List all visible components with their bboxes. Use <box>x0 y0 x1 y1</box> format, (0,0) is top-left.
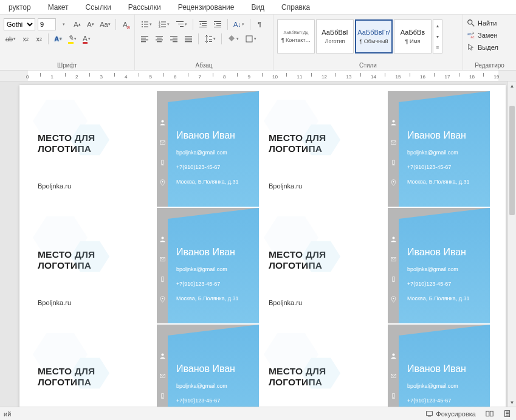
select-button[interactable]: Выдел <box>467 41 512 53</box>
tab-help[interactable]: Справка <box>273 0 318 14</box>
view-print-button[interactable] <box>498 407 516 420</box>
card-front: МЕСТО ДЛЯ ЛОГОТИПА Bpoljnka.ru <box>260 325 388 407</box>
text-effects-button[interactable]: A <box>52 33 64 45</box>
bullets-button[interactable] <box>139 18 154 30</box>
styles-gallery: АаБбВвГгДд¶ Контакт… АаБбВвІЛоготип АаБб… <box>277 19 459 53</box>
style-contact[interactable]: АаБбВвГгДд¶ Контакт… <box>277 19 315 53</box>
tab-constructor[interactable]: руктор <box>0 0 40 14</box>
card-address: Москва, Б.Полянка, д.31 <box>176 294 253 303</box>
style-name[interactable]: АаБбВв¶ Имя <box>394 19 432 53</box>
status-bar: ий Фокусировка <box>0 407 516 420</box>
ribbon-tabs: руктор Макет Ссылки Рассылки Рецензирова… <box>0 0 516 15</box>
svg-text:3: 3 <box>159 25 160 29</box>
justify-button[interactable] <box>182 33 194 45</box>
svg-rect-5 <box>144 27 148 27</box>
decrease-indent-button[interactable] <box>197 18 209 30</box>
group-editing-label: Редактиро <box>467 61 512 69</box>
superscript-button[interactable]: x2 <box>33 33 44 45</box>
group-paragraph: 123 A↓ ¶ <box>135 15 273 70</box>
svg-rect-30 <box>157 41 162 42</box>
card-pair: МЕСТО ДЛЯ ЛОГОТИПА Bpoljnka.ru Иванов Ив… <box>260 91 491 208</box>
svg-point-4 <box>142 26 143 27</box>
page: МЕСТО ДЛЯ ЛОГОТИПА Bpoljnka.ru Иванов Ив… <box>19 85 506 407</box>
card-back: Иванов Иван bpoljnka@gmail.com +7(910)12… <box>388 208 490 323</box>
focus-mode-button[interactable]: Фокусировка <box>421 407 481 420</box>
font-size-dropdown[interactable] <box>58 18 69 30</box>
replace-button[interactable]: abacЗамен <box>467 29 512 41</box>
scroll-thumb[interactable] <box>509 106 515 215</box>
find-button[interactable]: Найти <box>467 17 512 29</box>
align-right-button[interactable] <box>168 33 180 45</box>
style-normal[interactable]: АаБбВвГг/¶ Обычный <box>355 19 393 53</box>
svg-rect-19 <box>214 21 221 22</box>
svg-rect-20 <box>216 23 221 24</box>
strikethrough-button[interactable]: ab <box>4 33 18 45</box>
document-viewport[interactable]: МЕСТО ДЛЯ ЛОГОТИПА Bpoljnka.ru Иванов Ив… <box>0 81 507 407</box>
card-name: Иванов Иван <box>407 361 484 377</box>
svg-rect-26 <box>141 41 146 42</box>
svg-point-60 <box>162 281 163 281</box>
svg-rect-7 <box>161 22 166 22</box>
scroll-down-button[interactable]: ▼ <box>508 398 516 407</box>
borders-button[interactable] <box>243 33 258 45</box>
card-name: Иванов Иван <box>407 128 484 143</box>
card-email: bpoljnka@gmail.com <box>407 382 484 390</box>
svg-point-65 <box>393 281 394 281</box>
sort-button[interactable]: A↓ <box>232 18 246 30</box>
shrink-font-button[interactable]: A▾ <box>85 18 96 30</box>
show-marks-button[interactable]: ¶ <box>254 18 265 30</box>
line-spacing-button[interactable] <box>202 33 218 45</box>
align-left-button[interactable] <box>139 33 151 45</box>
card-name: Иванов Иван <box>407 244 484 260</box>
tab-view[interactable]: Вид <box>243 0 273 14</box>
status-mode: ий <box>0 410 421 418</box>
svg-rect-39 <box>209 36 212 37</box>
group-editing: Найти abacЗамен Выдел Редактиро <box>463 15 516 70</box>
card-pair: МЕСТО ДЛЯ ЛОГОТИПА Bpoljnka.ru Иванов Ив… <box>29 325 260 407</box>
horizontal-ruler[interactable]: 012345678910111213141516171819 <box>0 71 516 81</box>
subscript-button[interactable]: x2 <box>20 33 31 45</box>
clear-format-button[interactable]: A⊘ <box>120 18 131 30</box>
group-styles-label: Стили <box>277 61 459 69</box>
tab-links[interactable]: Ссылки <box>77 0 120 14</box>
svg-point-72 <box>392 353 394 356</box>
svg-rect-22 <box>214 27 221 27</box>
align-center-button[interactable] <box>153 33 165 45</box>
font-size-input[interactable] <box>38 18 56 30</box>
vertical-scrollbar[interactable]: ▲ ▼ <box>507 81 516 407</box>
svg-point-62 <box>392 236 394 239</box>
svg-rect-14 <box>180 26 184 27</box>
view-read-button[interactable] <box>481 407 498 420</box>
tab-layout[interactable]: Макет <box>40 0 77 14</box>
svg-rect-40 <box>209 39 212 40</box>
multilevel-list-button[interactable] <box>174 18 189 30</box>
tab-review[interactable]: Рецензирование <box>170 0 243 14</box>
svg-rect-31 <box>170 36 177 36</box>
svg-rect-34 <box>173 41 177 42</box>
increase-indent-button[interactable] <box>212 18 224 30</box>
card-front: МЕСТО ДЛЯ ЛОГОТИПА Bpoljnka.ru <box>260 208 388 323</box>
highlight-button[interactable]: ✎ <box>66 33 78 45</box>
card-phone: +7(910)123-45-67 <box>407 396 484 405</box>
font-color-button[interactable]: A <box>81 33 92 45</box>
style-logo[interactable]: АаБбВвІЛоготип <box>316 19 354 53</box>
card-back: Иванов Иван bpoljnka@gmail.com +7(910)12… <box>388 91 490 207</box>
card-address: Москва, Б.Полянка, д.31 <box>176 177 253 186</box>
card-phone: +7(910)123-45-67 <box>176 280 253 288</box>
grow-font-button[interactable]: A▴ <box>72 18 83 30</box>
svg-point-51 <box>162 181 163 182</box>
ribbon: Gothi A▴ A▾ Aa▾ A⊘ ab x2 x2 A ✎ A Шрифт <box>0 15 516 71</box>
card-phone: +7(910)123-45-67 <box>407 280 484 288</box>
scroll-up-button[interactable]: ▲ <box>508 81 516 90</box>
card-pair: МЕСТО ДЛЯ ЛОГОТИПА Bpoljnka.ru Иванов Ив… <box>29 208 260 325</box>
numbering-button[interactable]: 123 <box>156 18 171 30</box>
styles-more[interactable]: ▴▾≡ <box>433 19 442 53</box>
font-name-select[interactable]: Gothi <box>4 18 35 30</box>
svg-rect-3 <box>144 24 148 25</box>
svg-rect-27 <box>156 36 163 36</box>
card-phone: +7(910)123-45-67 <box>176 163 253 171</box>
tab-mailings[interactable]: Рассылки <box>120 0 170 14</box>
shading-button[interactable] <box>225 33 241 45</box>
svg-text:ac: ac <box>470 35 474 39</box>
change-case-button[interactable]: Aa▾ <box>98 18 112 30</box>
